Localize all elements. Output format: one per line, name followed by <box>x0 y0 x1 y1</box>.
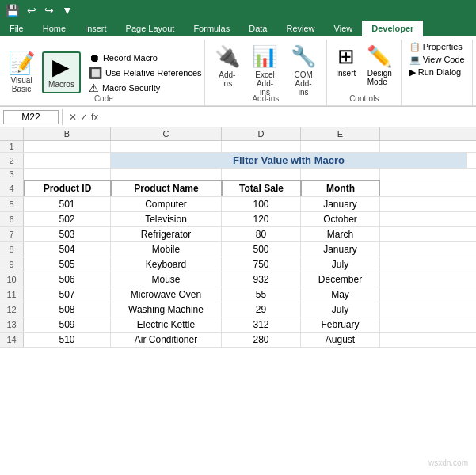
cell-c1[interactable] <box>111 141 222 152</box>
use-relative-refs-button[interactable]: 🔲 Use Relative References <box>86 66 205 80</box>
tab-page-layout[interactable]: Page Layout <box>116 21 185 36</box>
cell-product-name[interactable]: Electric Kettle <box>111 317 222 332</box>
macro-security-button[interactable]: ⚠ Macro Security <box>86 81 205 95</box>
cell-product-id[interactable]: 502 <box>24 212 111 226</box>
cell-total-sale[interactable]: 750 <box>222 257 301 272</box>
tab-developer[interactable]: Developer <box>362 21 423 36</box>
cell-product-name[interactable]: Air Conditioner <box>111 332 222 347</box>
tab-home[interactable]: Home <box>33 21 75 36</box>
cell-product-name[interactable]: Computer <box>111 197 222 211</box>
add-ins-button[interactable]: 🔌 Add-ins <box>208 41 246 91</box>
cell-product-id[interactable]: 501 <box>24 197 111 211</box>
cell-product-name[interactable]: Refrigerator <box>111 227 222 241</box>
cell-month[interactable]: February <box>301 317 380 332</box>
com-add-ins-button[interactable]: 🔧 COMAdd-ins <box>284 41 323 100</box>
insert-function-icon[interactable]: fx <box>91 112 98 123</box>
cell-b3[interactable] <box>24 169 111 180</box>
cell-month[interactable]: August <box>301 332 380 347</box>
tab-data[interactable]: Data <box>239 21 276 36</box>
cell-month[interactable]: May <box>301 287 380 302</box>
ribbon-group-code: 📝 VisualBasic ▶ Macros ⏺ Record Macro 🔲 <box>3 40 205 105</box>
com-add-ins-label: COMAdd-ins <box>291 70 317 97</box>
cell-month[interactable]: July <box>301 257 380 272</box>
cell-product-id[interactable]: 508 <box>24 302 111 317</box>
design-mode-button[interactable]: ✏️ DesignMode <box>362 41 397 89</box>
col-header-e[interactable]: E <box>301 127 380 140</box>
save-icon[interactable]: 💾 <box>3 3 21 17</box>
tab-file[interactable]: File <box>0 21 33 36</box>
visual-basic-button[interactable]: 📝 VisualBasic <box>2 49 40 97</box>
cell-month[interactable]: January <box>301 197 380 211</box>
cell-product-id[interactable]: 505 <box>24 257 111 272</box>
cell-product-name[interactable]: Washing Machine <box>111 302 222 317</box>
cell-b2[interactable] <box>24 153 111 168</box>
cell-month[interactable]: October <box>301 212 380 226</box>
col-header-b[interactable]: B <box>24 127 111 140</box>
cell-total-sale[interactable]: 500 <box>222 242 301 256</box>
tab-insert[interactable]: Insert <box>75 21 116 36</box>
cell-product-id[interactable]: 509 <box>24 317 111 332</box>
cell-d3[interactable] <box>222 169 301 180</box>
qat-dropdown-icon[interactable]: ▼ <box>59 3 75 17</box>
cell-product-id[interactable]: 506 <box>24 272 111 287</box>
macros-button[interactable]: ▶ Macros <box>42 51 81 93</box>
cell-product-name[interactable]: Television <box>111 212 222 226</box>
cell-total-sale[interactable]: 120 <box>222 212 301 226</box>
formula-input[interactable] <box>101 111 473 124</box>
row-num: 10 <box>0 272 24 287</box>
confirm-formula-icon[interactable]: ✓ <box>80 112 88 123</box>
col-header-c[interactable]: C <box>111 127 222 140</box>
cell-product-id[interactable]: 510 <box>24 332 111 347</box>
formula-icons: ✕ ✓ fx <box>69 112 98 123</box>
cell-month[interactable]: January <box>301 242 380 256</box>
table-row: 2 Filter Value with Macro <box>0 153 476 169</box>
controls-group-label: Controls <box>327 94 401 103</box>
cell-month[interactable]: July <box>301 302 380 317</box>
cancel-formula-icon[interactable]: ✕ <box>69 112 77 123</box>
cell-d1[interactable] <box>222 141 301 152</box>
cell-total-sale[interactable]: 312 <box>222 317 301 332</box>
cell-total-sale[interactable]: 80 <box>222 227 301 241</box>
cell-e1[interactable] <box>301 141 380 152</box>
cell-total-sale[interactable]: 280 <box>222 332 301 347</box>
col-product-id-header[interactable]: Product ID <box>24 180 111 196</box>
corner-cell <box>0 127 24 140</box>
tab-formulas[interactable]: Formulas <box>184 21 239 36</box>
cell-product-name[interactable]: Mouse <box>111 272 222 287</box>
cell-product-name[interactable]: Keyboard <box>111 257 222 272</box>
cell-c3[interactable] <box>111 169 222 180</box>
tab-review[interactable]: Review <box>276 21 324 36</box>
cell-product-name[interactable]: Mobile <box>111 242 222 256</box>
excel-add-ins-button[interactable]: 📊 ExcelAdd-ins <box>246 41 284 100</box>
cell-product-id[interactable]: 504 <box>24 242 111 256</box>
table-row: 6 502 Television 120 October <box>0 212 476 227</box>
col-month-header[interactable]: Month <box>301 180 380 196</box>
cell-product-name[interactable]: Microwave Oven <box>111 287 222 302</box>
title-cell[interactable]: Filter Value with Macro <box>111 153 467 168</box>
cell-month[interactable]: December <box>301 272 380 287</box>
view-code-button[interactable]: 💻 View Code <box>406 54 468 66</box>
tab-view[interactable]: View <box>325 21 363 36</box>
column-headers: B C D E <box>0 127 476 141</box>
col-total-sale-header[interactable]: Total Sale <box>222 180 301 196</box>
cell-total-sale[interactable]: 932 <box>222 272 301 287</box>
cell-e3[interactable] <box>301 169 380 180</box>
cell-total-sale[interactable]: 29 <box>222 302 301 317</box>
cell-product-id[interactable]: 507 <box>24 287 111 302</box>
excel-add-ins-label: ExcelAdd-ins <box>252 70 278 97</box>
record-macro-button[interactable]: ⏺ Record Macro <box>86 51 205 65</box>
insert-button[interactable]: ⊞ Insert <box>331 41 360 81</box>
name-box[interactable] <box>3 110 59 124</box>
run-dialog-label: Run Dialog <box>418 67 461 77</box>
cell-b1[interactable] <box>24 141 111 152</box>
cell-total-sale[interactable]: 55 <box>222 287 301 302</box>
run-dialog-button[interactable]: ▶ Run Dialog <box>406 66 468 78</box>
redo-icon[interactable]: ↪ <box>42 3 56 17</box>
col-header-d[interactable]: D <box>222 127 301 140</box>
cell-month[interactable]: March <box>301 227 380 241</box>
properties-button[interactable]: 📋 Properties <box>406 41 468 53</box>
cell-total-sale[interactable]: 100 <box>222 197 301 211</box>
cell-product-id[interactable]: 503 <box>24 227 111 241</box>
undo-icon[interactable]: ↩ <box>25 3 39 17</box>
col-product-name-header[interactable]: Product Name <box>111 180 222 196</box>
